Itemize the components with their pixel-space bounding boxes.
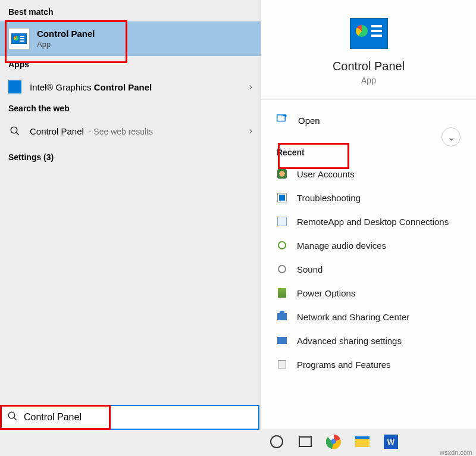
- open-icon: [277, 114, 289, 126]
- word-button[interactable]: W: [382, 433, 400, 451]
- intel-icon: [8, 80, 21, 93]
- search-box[interactable]: [0, 405, 259, 430]
- task-view-button[interactable]: [296, 433, 314, 451]
- recent-item-programs-features[interactable]: Programs and Features: [277, 352, 461, 376]
- network-icon: [277, 311, 287, 322]
- word-icon: W: [384, 435, 398, 449]
- watermark: wsxdn.com: [440, 449, 472, 456]
- recent-item-advanced-sharing[interactable]: Advanced sharing settings: [277, 329, 461, 352]
- folder-icon: [355, 436, 369, 447]
- sound-icon: [277, 264, 287, 274]
- best-match-sub: App: [37, 40, 95, 49]
- chevron-right-icon[interactable]: ›: [249, 126, 252, 136]
- results-panel: Best match Control Panel App Apps Intel®…: [0, 0, 261, 429]
- search-input[interactable]: [24, 412, 252, 423]
- preview-panel: Control Panel App Open ⌄ Recent User Acc…: [261, 0, 476, 429]
- recent-item-user-accounts[interactable]: User Accounts: [277, 162, 461, 186]
- web-result[interactable]: Control Panel - See web results ›: [0, 118, 261, 144]
- open-label: Open: [298, 115, 320, 126]
- best-match-item[interactable]: Control Panel App: [0, 21, 261, 56]
- task-view-icon: [299, 436, 312, 447]
- app-result-intel-graphics[interactable]: Intel® Graphics Control Panel ›: [0, 74, 261, 100]
- user-accounts-icon: [277, 168, 287, 179]
- recent-item-sound[interactable]: Sound: [277, 257, 461, 281]
- file-explorer-button[interactable]: [353, 433, 371, 451]
- search-icon: [8, 124, 21, 138]
- svg-line-1: [16, 132, 19, 135]
- chevron-down-icon: ⌄: [447, 132, 455, 143]
- chevron-right-icon[interactable]: ›: [249, 82, 252, 92]
- programs-icon: [277, 359, 287, 370]
- svg-point-0: [11, 127, 17, 133]
- taskbar: W: [259, 430, 400, 454]
- cortana-button[interactable]: [268, 433, 286, 451]
- settings-header[interactable]: Settings (3): [0, 144, 261, 170]
- recent-item-troubleshooting[interactable]: Troubleshooting: [277, 186, 461, 210]
- recent-item-network-sharing[interactable]: Network and Sharing Center: [277, 305, 461, 329]
- svg-line-4: [14, 417, 17, 420]
- hero: Control Panel App: [261, 0, 476, 100]
- best-match-header: Best match: [0, 4, 261, 21]
- cortana-icon: [270, 435, 283, 448]
- chrome-icon: [326, 434, 342, 449]
- advanced-sharing-icon: [277, 335, 287, 346]
- remoteapp-icon: [277, 216, 287, 227]
- chrome-button[interactable]: [325, 433, 343, 451]
- control-panel-icon: [8, 28, 30, 49]
- hero-sub: App: [361, 76, 376, 85]
- recent-list: User Accounts Troubleshooting RemoteApp …: [261, 162, 476, 376]
- audio-icon: [277, 240, 287, 251]
- troubleshooting-icon: [277, 192, 287, 203]
- recent-item-power-options[interactable]: Power Options: [277, 281, 461, 305]
- svg-point-3: [8, 412, 15, 418]
- expand-button[interactable]: ⌄: [441, 127, 461, 146]
- search-icon: [7, 411, 18, 424]
- power-icon: [277, 288, 287, 298]
- recent-item-manage-audio[interactable]: Manage audio devices: [277, 233, 461, 257]
- open-action[interactable]: Open: [277, 110, 461, 131]
- recent-item-remoteapp[interactable]: RemoteApp and Desktop Connections: [277, 210, 461, 233]
- best-match-title: Control Panel: [37, 29, 95, 39]
- search-web-header: Search the web: [0, 100, 261, 118]
- apps-header: Apps: [0, 56, 261, 74]
- hero-title: Control Panel: [333, 60, 405, 73]
- control-panel-icon: [350, 18, 388, 49]
